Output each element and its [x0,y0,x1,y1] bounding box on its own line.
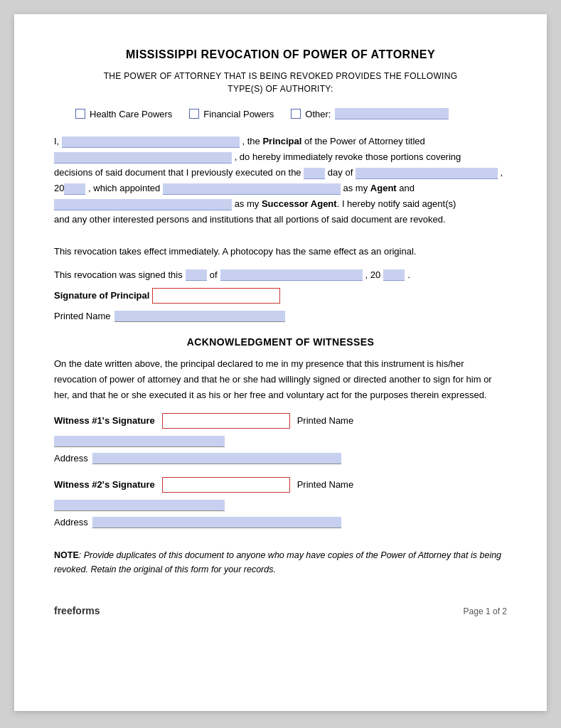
revocation-notice: This revocation takes effect immediately… [54,244,507,259]
signing-date-line: This revocation was signed this of , 20 … [54,269,507,281]
sign-month-input[interactable] [220,269,363,281]
witnesses-section: Witness #1's Signature Printed Name Addr… [54,413,507,528]
logo-forms: forms [73,605,100,616]
freeforms-logo: freeforms [54,605,100,616]
witness2-address-row: Address [54,517,507,528]
body-as-my-agent: as my Agent and [343,183,415,193]
printed-name-input[interactable] [114,311,285,322]
body-decisions: decisions of said document that I previo… [54,167,301,178]
body-the: , the Principal of the Power of Attorney… [242,136,424,146]
witness1-sig-input[interactable] [162,413,290,429]
health-care-checkbox[interactable] [75,109,85,119]
document-page: MISSISSIPPI REVOCATION OF POWER OF ATTOR… [14,14,547,711]
signature-input[interactable] [152,288,280,304]
signing-section: This revocation was signed this of , 20 … [54,269,507,322]
witness2-sig-row: Witness #2's Signature Printed Name [54,477,507,511]
witness1-address-row: Address [54,453,507,464]
witness2-address-label: Address [54,517,88,528]
signed-this-label: This revocation was signed this [54,269,183,280]
witness1-printed-input[interactable] [54,436,225,447]
other-input[interactable] [335,108,449,119]
body-successor: as my Successor Agent. I hereby notify s… [235,198,456,209]
health-care-label: Health Care Powers [90,109,172,119]
principal-name-input[interactable] [62,136,240,148]
witness2-printed-label: Printed Name [297,479,353,490]
sign-year-input[interactable] [383,269,405,281]
note-section: NOTE: Provide duplicates of this documen… [54,548,507,577]
body-comma: , [501,167,503,178]
day-input[interactable] [304,168,325,179]
witness1-address-input[interactable] [92,453,341,464]
printed-name-label: Printed Name [54,311,110,321]
page-number: Page 1 of 2 [464,606,507,616]
footer: freeforms Page 1 of 2 [54,605,507,616]
body-paragraph: I, , the Principal of the Power of Attor… [54,134,507,228]
checkboxes-row: Health Care Powers Financial Powers Othe… [75,108,507,119]
revocation-notice-section: This revocation takes effect immediately… [54,244,507,259]
financial-checkbox-item: Financial Powers [189,109,274,119]
body-20: 20 [54,183,64,193]
body-revoke: , do hereby immediately revoke those por… [235,151,461,162]
subtitle: THE POWER OF ATTORNEY THAT IS BEING REVO… [54,70,507,95]
body-which-appointed: , which appointed [88,183,160,193]
acknowledgment-title: ACKNOWLEDGMENT OF WITNESSES [54,336,507,348]
note-bold: NOTE [54,550,79,560]
witness2-sig-input[interactable] [162,477,290,493]
logo-free: free [54,605,73,616]
health-care-checkbox-item: Health Care Powers [75,109,172,119]
sign-day-input[interactable] [186,269,207,281]
other-checkbox-item: Other: [291,108,449,119]
note-text: : Provide duplicates of this document to… [54,550,501,574]
sign-of-label: of [210,269,218,280]
other-label: Other: [305,109,331,119]
printed-name-line: Printed Name [54,311,507,322]
poa-title-input[interactable] [54,152,232,164]
witness2-sig-label: Witness #2's Signature [54,479,155,490]
body-and-any: and any other interested persons and ins… [54,214,446,225]
witness1-sig-row: Witness #1's Signature Printed Name [54,413,507,447]
witness2-printed-input[interactable] [54,500,225,511]
financial-checkbox[interactable] [189,109,199,119]
witness1-sig-label: Witness #1's Signature [54,415,155,426]
signature-of-principal-line: Signature of Principal [54,288,507,304]
financial-label: Financial Powers [203,109,274,119]
other-checkbox[interactable] [291,109,301,119]
witness2-address-input[interactable] [92,517,341,528]
acknowledgment-body: On the date written above, the principal… [54,356,507,403]
sign-period: . [407,269,410,280]
witness1-address-label: Address [54,453,88,464]
month-input[interactable] [356,168,498,179]
signature-label: Signature of Principal [54,290,149,301]
main-title: MISSISSIPPI REVOCATION OF POWER OF ATTOR… [54,48,507,61]
body-i-prefix: I, [54,136,59,146]
year-input[interactable] [64,183,85,195]
body-day-of: day of [328,167,353,178]
witness1-printed-label: Printed Name [297,415,353,426]
agent-name-input[interactable] [163,183,341,195]
successor-agent-input[interactable] [54,199,232,210]
sign-comma-20: , 20 [365,269,381,280]
